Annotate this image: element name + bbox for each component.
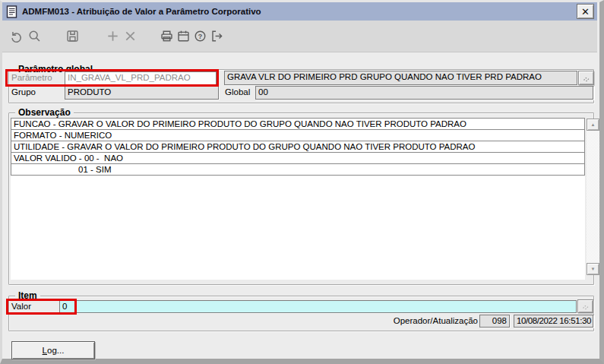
scroll-up-icon: ▲ bbox=[591, 122, 596, 127]
window-title: ADMFM013 - Atribuição de Valor a Parâmet… bbox=[22, 7, 261, 16]
operador-field: 098 bbox=[479, 315, 510, 328]
scroll-up-button[interactable]: ▲ bbox=[587, 119, 599, 131]
observacao-row[interactable]: FUNCAO - GRAVAR O VALOR DO PRIMEIRO PROD… bbox=[11, 118, 585, 130]
parametro-field[interactable]: IN_GRAVA_VL_PRD_PADRAO bbox=[65, 71, 217, 85]
parametro-label: Parâmetro bbox=[11, 73, 52, 82]
observacao-row[interactable]: FORMATO - NUMERICO bbox=[11, 129, 585, 141]
parametro-zoom-button[interactable] bbox=[578, 71, 594, 85]
hatch-icon bbox=[580, 301, 592, 312]
grupo-field[interactable]: PRODUTO bbox=[65, 86, 219, 100]
close-icon: ✕ bbox=[581, 6, 590, 17]
log-button-label: og... bbox=[47, 346, 64, 355]
hatch-icon bbox=[580, 73, 593, 84]
app-window: ADMFM013 - Atribuição de Valor a Parâmet… bbox=[0, 0, 604, 364]
valor-field[interactable]: 0 bbox=[59, 300, 577, 313]
search-icon[interactable] bbox=[27, 28, 42, 43]
observacao-row[interactable]: 01 - SIM bbox=[11, 163, 585, 176]
global-field[interactable]: 00 bbox=[255, 86, 593, 100]
toolbar: ? bbox=[2, 21, 597, 52]
valor-zoom-button[interactable] bbox=[577, 299, 593, 313]
group-observacao: Observação FUNCAO - GRAVAR O VALOR DO PR… bbox=[8, 112, 594, 285]
scroll-down-icon: ▼ bbox=[591, 267, 596, 271]
svg-text:?: ? bbox=[198, 32, 202, 40]
log-button[interactable]: Log... bbox=[11, 341, 95, 359]
group-observacao-legend: Observação bbox=[15, 107, 74, 118]
exit-icon[interactable] bbox=[209, 28, 224, 43]
atualizacao-field: 10/08/2022 16:51:30 bbox=[514, 315, 593, 328]
titlebar[interactable]: ADMFM013 - Atribuição de Valor a Parâmet… bbox=[2, 2, 597, 21]
form-body: Parâmetro global Parâmetro IN_GRAVA_VL_P… bbox=[2, 53, 597, 359]
group-item-legend: Item bbox=[15, 290, 40, 301]
grupo-label: Grupo bbox=[11, 87, 36, 97]
observacao-scrollbar[interactable]: ▲ ▼ bbox=[587, 119, 599, 275]
close-button[interactable]: ✕ bbox=[577, 4, 594, 19]
add-icon[interactable] bbox=[105, 28, 120, 43]
parametro-descricao-field[interactable]: GRAVA VLR DO PRIMEIRO PRD GRUPO QUANDO N… bbox=[224, 71, 577, 85]
observacao-row[interactable]: UTILIDADE - GRAVAR O VALOR DO PRIMEIRO P… bbox=[11, 141, 585, 153]
observacao-list[interactable]: FUNCAO - GRAVAR O VALOR DO PRIMEIRO PROD… bbox=[11, 118, 585, 280]
scroll-down-button[interactable]: ▼ bbox=[587, 263, 599, 275]
observacao-row[interactable]: VALOR VALIDO - 00 - NAO bbox=[11, 152, 585, 164]
operador-atualizacao-label: Operador/Atualização bbox=[306, 316, 478, 325]
help-icon[interactable]: ? bbox=[192, 28, 207, 43]
calendar-icon[interactable] bbox=[176, 28, 191, 43]
undo-icon[interactable] bbox=[8, 28, 24, 43]
form-document-icon bbox=[6, 5, 17, 18]
global-label: Global bbox=[225, 87, 250, 97]
save-icon[interactable] bbox=[65, 28, 80, 43]
valor-label: Valor bbox=[11, 302, 31, 311]
delete-icon[interactable] bbox=[122, 28, 138, 43]
print-icon[interactable] bbox=[159, 28, 174, 43]
